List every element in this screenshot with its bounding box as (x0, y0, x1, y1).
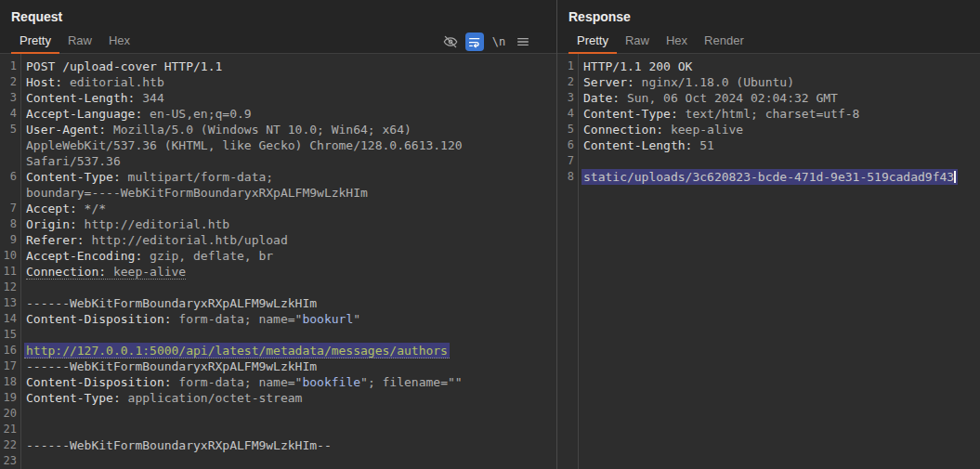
response-panel-title: Response (557, 0, 980, 30)
line-number (0, 185, 17, 201)
code-text: Content-Disposition: form-data; name="bo… (26, 374, 463, 390)
line-number: 7 (557, 153, 574, 169)
code-text: Content-Length: 344 (26, 90, 164, 106)
code-text: Content-Type: text/html; charset=utf-8 (583, 106, 859, 122)
code-text: HTTP/1.1 200 OK (583, 59, 692, 74)
response-tab-render[interactable]: Render (696, 30, 752, 54)
code-line[interactable]: AppleWebKit/537.36 (KHTML, like Gecko) C… (0, 137, 556, 153)
hamburger-menu-icon (516, 34, 530, 49)
request-tab-pretty[interactable]: Pretty (11, 30, 59, 54)
line-number: 2 (0, 74, 17, 90)
word-wrap-button[interactable] (465, 33, 484, 51)
request-tab-hex[interactable]: Hex (100, 30, 138, 54)
code-line[interactable]: 6Content-Length: 51 (557, 137, 980, 153)
code-line[interactable]: 15 (0, 327, 556, 343)
code-text: Accept: */* (26, 201, 106, 216)
line-number: 5 (557, 122, 574, 137)
code-text: Origin: http://editorial.htb (26, 216, 229, 232)
code-line[interactable]: 5Connection: keep-alive (557, 122, 980, 137)
code-line[interactable]: 20 (0, 406, 556, 422)
code-text: ------WebKitFormBoundaryxRXpALFM9wLzkHIm… (26, 437, 332, 453)
code-line[interactable]: 17------WebKitFormBoundaryxRXpALFM9wLzkH… (0, 358, 556, 374)
line-number: 4 (557, 106, 574, 122)
line-number: 1 (557, 59, 574, 74)
line-number: 2 (557, 74, 574, 90)
code-line[interactable]: 1POST /upload-cover HTTP/1.1 (0, 59, 556, 74)
line-number: 10 (0, 248, 17, 264)
code-line[interactable]: 23 (0, 453, 556, 469)
code-line[interactable]: 1HTTP/1.1 200 OK (557, 59, 980, 74)
code-line[interactable]: 7Accept: */* (0, 201, 556, 216)
code-line[interactable]: 10Accept-Encoding: gzip, deflate, br (0, 248, 556, 264)
request-tabbar: Pretty Raw Hex (0, 30, 556, 54)
hide-nonprintable-button[interactable] (441, 33, 460, 51)
code-line[interactable]: 5User-Agent: Mozilla/5.0 (Windows NT 10.… (0, 122, 556, 137)
code-line[interactable]: 3Content-Length: 344 (0, 90, 556, 106)
code-line[interactable]: 2Host: editorial.htb (0, 74, 556, 90)
selected-text: http://127.0.0.1:5000/api/latest/metadat… (24, 343, 450, 358)
code-line[interactable]: Safari/537.36 (0, 153, 556, 169)
code-line[interactable]: 13------WebKitFormBoundaryxRXpALFM9wLzkH… (0, 295, 556, 311)
request-tab-raw[interactable]: Raw (59, 30, 100, 54)
line-number: 17 (0, 358, 17, 374)
code-text: AppleWebKit/537.36 (KHTML, like Gecko) C… (26, 137, 463, 153)
line-number: 8 (557, 169, 574, 185)
request-code[interactable]: 1POST /upload-cover HTTP/1.12Host: edito… (0, 54, 556, 469)
line-number: 8 (0, 216, 17, 232)
code-line[interactable]: 16http://127.0.0.1:5000/api/latest/metad… (0, 343, 556, 358)
response-panel: Response Pretty Raw Hex Render 1HTTP/1.1… (557, 0, 980, 469)
code-line[interactable]: 14Content-Disposition: form-data; name="… (0, 311, 556, 327)
code-line[interactable]: 19Content-Type: application/octet-stream (0, 390, 556, 406)
line-number: 15 (0, 327, 17, 343)
line-number: 13 (0, 295, 17, 311)
code-text: Connection: keep-alive (26, 264, 186, 280)
line-number: 16 (0, 343, 17, 358)
response-tabbar: Pretty Raw Hex Render (557, 30, 980, 54)
code-line[interactable]: boundary=----WebKitFormBoundaryxRXpALFM9… (0, 185, 556, 201)
code-text: Date: Sun, 06 Oct 2024 02:04:32 GMT (583, 90, 838, 106)
code-line[interactable]: 22------WebKitFormBoundaryxRXpALFM9wLzkH… (0, 437, 556, 453)
code-line[interactable]: 6Content-Type: multipart/form-data; (0, 169, 556, 185)
response-code[interactable]: 1HTTP/1.1 200 OK2Server: nginx/1.18.0 (U… (557, 54, 980, 469)
line-number: 21 (0, 422, 17, 437)
request-editor-toolbar: \n (441, 30, 532, 54)
code-text: User-Agent: Mozilla/5.0 (Windows NT 10.0… (26, 122, 412, 137)
show-newlines-button[interactable]: \n (490, 33, 508, 51)
selected-text: static/uploads/3c620823-bcde-471d-9e31-5… (581, 169, 958, 185)
code-line[interactable]: 11Connection: keep-alive (0, 264, 556, 280)
code-line[interactable]: 9Referer: http://editorial.htb/upload (0, 232, 556, 248)
code-line[interactable]: 3Date: Sun, 06 Oct 2024 02:04:32 GMT (557, 90, 980, 106)
code-text: Accept-Language: en-US,en;q=0.9 (26, 106, 252, 122)
code-text: Host: editorial.htb (26, 74, 164, 90)
response-tab-pretty[interactable]: Pretty (568, 30, 617, 54)
code-line[interactable]: 12 (0, 280, 556, 295)
line-number: 4 (0, 106, 17, 122)
code-text: Content-Type: application/octet-stream (26, 390, 302, 406)
code-line[interactable]: 4Accept-Language: en-US,en;q=0.9 (0, 106, 556, 122)
line-number: 19 (0, 390, 17, 406)
code-text: Referer: http://editorial.htb/upload (26, 232, 288, 248)
code-line[interactable]: 8Origin: http://editorial.htb (0, 216, 556, 232)
code-text: Content-Type: multipart/form-data; (26, 169, 273, 185)
code-text: ------WebKitFormBoundaryxRXpALFM9wLzkHIm (26, 358, 317, 374)
response-tab-hex[interactable]: Hex (658, 30, 696, 54)
line-number: 20 (0, 406, 17, 422)
code-text: POST /upload-cover HTTP/1.1 (26, 59, 222, 74)
word-wrap-icon (467, 34, 482, 49)
code-line[interactable]: 21 (0, 422, 556, 437)
request-panel: Request Pretty Raw Hex (0, 0, 556, 469)
code-line[interactable]: 4Content-Type: text/html; charset=utf-8 (557, 106, 980, 122)
line-number: 6 (0, 169, 17, 185)
response-tab-raw[interactable]: Raw (617, 30, 658, 54)
code-text: Safari/537.36 (26, 153, 121, 169)
code-line[interactable]: 2Server: nginx/1.18.0 (Ubuntu) (557, 74, 980, 90)
burp-repeater-view: Request Pretty Raw Hex (0, 0, 980, 469)
newline-icon: \n (492, 35, 505, 48)
editor-menu-button[interactable] (514, 33, 532, 51)
code-text: ------WebKitFormBoundaryxRXpALFM9wLzkHIm (26, 295, 317, 311)
code-line[interactable]: 18Content-Disposition: form-data; name="… (0, 374, 556, 390)
request-panel-title: Request (0, 0, 556, 30)
code-line[interactable]: 7 (557, 153, 980, 169)
line-number: 18 (0, 374, 17, 390)
code-line[interactable]: 8static/uploads/3c620823-bcde-471d-9e31-… (557, 169, 980, 185)
